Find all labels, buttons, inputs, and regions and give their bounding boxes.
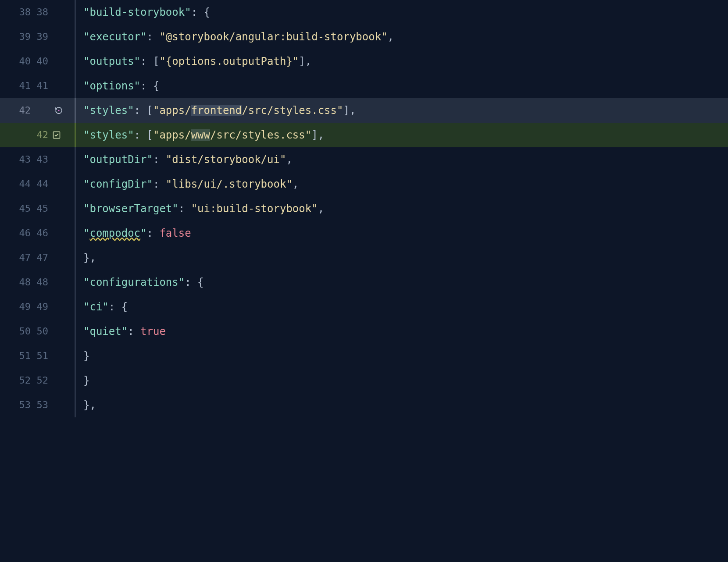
line-gutter: 50 50: [0, 319, 75, 344]
line-gutter: 43 43: [0, 147, 75, 172]
code-line[interactable]: 44 44 "configDir": "libs/ui/.storybook",: [0, 172, 728, 196]
gutter-old-line: 51: [15, 351, 31, 361]
code-content: "configDir": "libs/ui/.storybook",: [75, 172, 299, 196]
code-content: },: [75, 393, 96, 417]
line-gutter: 52 52: [0, 368, 75, 393]
gutter-new-line: 49: [32, 302, 48, 312]
line-gutter: 53 53: [0, 393, 75, 417]
gutter-new-line: 51: [32, 351, 48, 361]
gutter-old-line: 41: [15, 81, 31, 91]
code-content: "executor": "@storybook/angular:build-st…: [75, 25, 394, 49]
line-gutter: 42: [0, 98, 75, 123]
code-line[interactable]: 50 50 "quiet": true: [0, 319, 728, 344]
code-line[interactable]: 38 38 "build-storybook": {: [0, 0, 728, 25]
gutter-old-line: 42: [15, 106, 31, 115]
line-gutter: 41 41: [0, 74, 75, 98]
gutter-old-line: 48: [15, 277, 31, 287]
line-gutter: 42: [0, 123, 75, 147]
line-gutter: 44 44: [0, 172, 75, 196]
gutter-new-line: 44: [32, 179, 48, 189]
diff-word-added: www: [191, 129, 210, 141]
code-content: "options": {: [75, 74, 159, 98]
gutter-new-line: 50: [32, 327, 48, 336]
code-content: "outputDir": "dist/storybook/ui",: [75, 147, 293, 172]
gutter-new-line: 39: [32, 32, 48, 42]
gutter-new-line: 41: [32, 81, 48, 91]
gutter-border: [75, 123, 76, 147]
gutter-border: [75, 196, 76, 221]
code-line[interactable]: 40 40 "outputs": ["{options.outputPath}"…: [0, 49, 728, 74]
code-line[interactable]: 51 51 }: [0, 344, 728, 368]
gutter-new-line: 40: [32, 57, 48, 66]
code-line[interactable]: 53 53 },: [0, 393, 728, 417]
gutter-new-line: 53: [32, 400, 48, 410]
line-gutter: 47 47: [0, 245, 75, 270]
gutter-old-line: 39: [15, 32, 31, 42]
diff-editor[interactable]: 38 38 "build-storybook": { 39 39 "execut…: [0, 0, 728, 562]
line-gutter: 38 38: [0, 0, 75, 25]
code-line-deleted[interactable]: 42 "styles": ["apps/frontend/src/styles.…: [0, 98, 728, 123]
gutter-new-line: 52: [32, 376, 48, 385]
gutter-old-line: 49: [15, 302, 31, 312]
code-content: "build-storybook": {: [75, 0, 210, 25]
code-content: "browserTarget": "ui:build-storybook",: [75, 196, 324, 221]
line-gutter: 51 51: [0, 344, 75, 368]
gutter-new-line: 47: [32, 253, 48, 263]
code-content: },: [75, 245, 96, 270]
code-line[interactable]: 47 47 },: [0, 245, 728, 270]
line-gutter: 45 45: [0, 196, 75, 221]
gutter-old-line: 53: [15, 400, 31, 410]
gutter-border: [75, 319, 76, 344]
code-line[interactable]: 45 45 "browserTarget": "ui:build-storybo…: [0, 196, 728, 221]
gutter-new-line: 43: [32, 155, 48, 164]
line-gutter: 46 46: [0, 221, 75, 245]
code-content: "compodoc": false: [75, 221, 191, 245]
spelling-warning: compodoc: [89, 228, 140, 238]
gutter-border: [75, 344, 76, 368]
code-content: "quiet": true: [75, 319, 166, 344]
gutter-border: [75, 49, 76, 74]
gutter-border: [75, 172, 76, 196]
code-content: "styles": ["apps/frontend/src/styles.css…: [75, 98, 356, 123]
gutter-old-line: 45: [15, 204, 31, 213]
code-line[interactable]: 46 46 "compodoc": false: [0, 221, 728, 245]
code-line[interactable]: 52 52 }: [0, 368, 728, 393]
code-content: "ci": {: [75, 295, 128, 319]
gutter-border: [75, 147, 76, 172]
gutter-old-line: 40: [15, 57, 31, 66]
code-content: "outputs": ["{options.outputPath}"],: [75, 49, 311, 74]
code-line[interactable]: 49 49 "ci": {: [0, 295, 728, 319]
gutter-border: [75, 74, 76, 98]
gutter-old-line: 50: [15, 327, 31, 336]
gutter-old-line: 47: [15, 253, 31, 263]
revert-icon[interactable]: [54, 105, 64, 116]
code-line[interactable]: 41 41 "options": {: [0, 74, 728, 98]
line-gutter: 39 39: [0, 25, 75, 49]
gutter-border: [75, 25, 76, 49]
svg-point-0: [58, 110, 59, 111]
gutter-border: [75, 270, 76, 295]
code-content: }: [75, 344, 89, 368]
gutter-old-line: 38: [15, 7, 31, 17]
code-line-added[interactable]: 42 "styles": ["apps/www/src/styles.css"]…: [0, 123, 728, 147]
gutter-old-line: 43: [15, 155, 31, 164]
gutter-old-line: 52: [15, 376, 31, 385]
gutter-new-line: 42: [32, 130, 48, 140]
gutter-new-line: 46: [32, 228, 48, 238]
gutter-border: [75, 368, 76, 393]
gutter-new-line: 48: [32, 277, 48, 287]
gutter-border: [75, 393, 76, 417]
line-gutter: 49 49: [0, 295, 75, 319]
line-gutter: 40 40: [0, 49, 75, 74]
code-line[interactable]: 43 43 "outputDir": "dist/storybook/ui",: [0, 147, 728, 172]
code-line[interactable]: 48 48 "configurations": {: [0, 270, 728, 295]
gutter-border: [75, 245, 76, 270]
code-content: "styles": ["apps/www/src/styles.css"],: [75, 123, 324, 147]
gutter-old-line: 46: [15, 228, 31, 238]
gutter-new-line: 45: [32, 204, 48, 213]
code-line[interactable]: 39 39 "executor": "@storybook/angular:bu…: [0, 25, 728, 49]
gutter-border: [75, 98, 76, 123]
code-content: }: [75, 368, 89, 393]
accept-change-icon[interactable]: [52, 130, 61, 140]
code-content: "configurations": {: [75, 270, 204, 295]
